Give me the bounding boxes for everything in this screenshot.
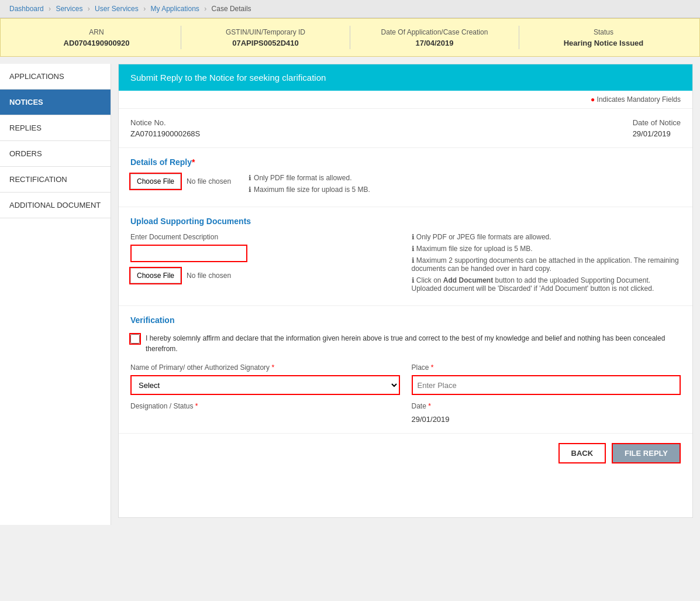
status-value: Hearing Notice Issued — [519, 39, 688, 47]
status-label: Status — [519, 28, 688, 36]
breadcrumb-case-details: Case Details — [212, 5, 251, 13]
date-label: Date Of Application/Case Creation — [350, 28, 519, 36]
desig-date-row: Designation / Status * Date * 29/01/2019 — [130, 402, 681, 424]
date-form-value: 29/01/2019 — [412, 415, 681, 424]
date-form-label: Date * — [412, 402, 681, 410]
designation-label: Designation / Status * — [130, 402, 400, 410]
no-file-text-2: No file chosen — [187, 272, 231, 280]
place-group: Place * — [412, 363, 681, 395]
breadcrumb-my-applications[interactable]: My Applications — [150, 5, 199, 13]
details-reply-row: Choose File No file chosen ℹOnly PDF fil… — [130, 174, 681, 197]
main-container: APPLICATIONS NOTICES REPLIES ORDERS RECT… — [0, 57, 700, 525]
no-file-text-1: No file chosen — [187, 177, 231, 186]
info-bar: ARN AD0704190900920 GSTIN/UIN/Temporary … — [0, 18, 700, 57]
notice-no-label: Notice No. — [130, 118, 200, 127]
breadcrumb-dashboard[interactable]: Dashboard — [9, 5, 44, 13]
details-reply-notes: ℹOnly PDF file format is allowed. ℹMaxim… — [249, 174, 370, 197]
sidebar-item-rectification[interactable]: RECTIFICATION — [0, 167, 111, 193]
date-of-notice-label: Date of Notice — [633, 118, 681, 127]
gstin-value: 07APIPS0052D410 — [181, 39, 350, 47]
sidebar-item-notices[interactable]: NOTICES — [0, 90, 111, 115]
sidebar-item-orders[interactable]: ORDERS — [0, 141, 111, 167]
notice-row: Notice No. ZA0701190000268S Date of Noti… — [119, 109, 692, 148]
signatory-select[interactable]: Select — [130, 375, 400, 395]
back-button[interactable]: BACK — [558, 443, 606, 463]
gstin-info: GSTIN/UIN/Temporary ID 07APIPS0052D410 — [181, 28, 350, 47]
breadcrumb-services[interactable]: Services — [56, 5, 82, 13]
file-row-1: Choose File No file chosen — [130, 174, 231, 189]
footer-buttons: BACK FILE REPLY — [119, 434, 692, 473]
file-reply-button[interactable]: FILE REPLY — [612, 443, 681, 463]
breadcrumb-user-services[interactable]: User Services — [95, 5, 139, 13]
choose-file-button-1[interactable]: Choose File — [130, 174, 181, 189]
sidebar-item-applications[interactable]: APPLICATIONS — [0, 64, 111, 90]
sidebar-item-additional-document[interactable]: ADDITIONAL DOCUMENT — [0, 193, 111, 218]
notice-no-field: Notice No. ZA0701190000268S — [130, 118, 200, 138]
status-info: Status Hearing Notice Issued — [519, 28, 688, 47]
date-info: Date Of Application/Case Creation 17/04/… — [350, 28, 519, 47]
verification-section: Verification I hereby solemnly affirm an… — [119, 306, 692, 434]
details-of-reply-section: Details of Reply* Choose File No file ch… — [119, 148, 692, 207]
designation-group: Designation / Status * — [130, 402, 400, 424]
signatory-place-row: Name of Primary/ other Authorized Signat… — [130, 363, 681, 395]
verification-title: Verification — [130, 315, 681, 325]
arn-label: ARN — [12, 28, 181, 36]
place-label: Place * — [412, 363, 681, 372]
file-row-2: Choose File No file chosen — [130, 268, 400, 283]
upload-docs-section: Upload Supporting Documents Enter Docume… — [119, 207, 692, 306]
sidebar: APPLICATIONS NOTICES REPLIES ORDERS RECT… — [0, 64, 111, 525]
details-reply-left: Choose File No file chosen — [130, 174, 231, 197]
date-of-notice-value: 29/01/2019 — [633, 129, 681, 138]
mandatory-dot: ● — [591, 95, 595, 104]
arn-info: ARN AD0704190900920 — [12, 28, 181, 47]
doc-desc-input[interactable] — [130, 245, 247, 262]
verification-check-row: I hereby solemnly affirm and declare tha… — [130, 333, 681, 354]
notice-no-value: ZA0701190000268S — [130, 129, 200, 138]
breadcrumb: Dashboard › Services › User Services › M… — [0, 0, 700, 18]
mandatory-note: ● Indicates Mandatory Fields — [119, 91, 692, 109]
verification-text: I hereby solemnly affirm and declare tha… — [146, 333, 681, 354]
upload-right: ℹ Only PDF or JPEG file formats are allo… — [412, 233, 681, 296]
verification-checkbox[interactable] — [130, 334, 140, 344]
upload-inner: Enter Document Description Choose File N… — [130, 233, 681, 296]
date-of-notice-field: Date of Notice 29/01/2019 — [633, 118, 681, 138]
upload-docs-title: Upload Supporting Documents — [130, 217, 681, 226]
signatory-group: Name of Primary/ other Authorized Signat… — [130, 363, 400, 395]
place-input[interactable] — [412, 375, 681, 395]
details-of-reply-title: Details of Reply* — [130, 157, 681, 167]
signatory-label: Name of Primary/ other Authorized Signat… — [130, 363, 400, 372]
doc-desc-label: Enter Document Description — [130, 233, 400, 241]
date-value: 17/04/2019 — [350, 39, 519, 47]
content-area: Submit Reply to the Notice for seeking c… — [118, 64, 693, 518]
gstin-label: GSTIN/UIN/Temporary ID — [181, 28, 350, 36]
choose-file-button-2[interactable]: Choose File — [130, 268, 181, 283]
arn-value: AD0704190900920 — [12, 39, 181, 47]
content-header: Submit Reply to the Notice for seeking c… — [119, 64, 692, 91]
upload-left: Enter Document Description Choose File N… — [130, 233, 400, 296]
date-form-group: Date * 29/01/2019 — [412, 402, 681, 424]
sidebar-item-replies[interactable]: REPLIES — [0, 115, 111, 141]
